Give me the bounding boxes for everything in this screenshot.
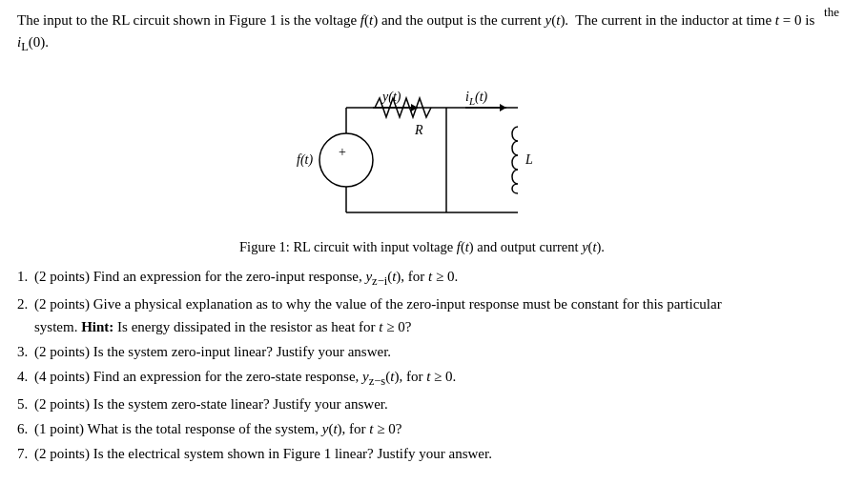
svg-point-4 — [319, 133, 373, 187]
corner-text: the — [824, 5, 839, 20]
svg-text:f(t): f(t) — [297, 152, 313, 168]
circuit-diagram: + f(t) y(t) iL(t) R — [270, 65, 575, 232]
q4-num: 4. — [17, 365, 34, 391]
intro-paragraph: The input to the RL circuit shown in Fig… — [17, 10, 827, 55]
q5-num: 5. — [17, 393, 34, 415]
q6-num: 6. — [17, 417, 34, 440]
question-5: 5. (2 points) Is the system zero-state l… — [17, 393, 827, 415]
questions-list: 1. (2 points) Find an expression for the… — [17, 265, 827, 465]
q7-num: 7. — [17, 442, 34, 465]
question-3: 3. (2 points) Is the system zero-input l… — [17, 340, 827, 363]
circuit-svg: + f(t) y(t) iL(t) R — [270, 65, 575, 232]
intro-text-content: The input to the RL circuit shown in Fig… — [17, 12, 814, 50]
question-7: 7. (2 points) Is the electrical system s… — [17, 442, 827, 465]
svg-text:L: L — [525, 152, 533, 167]
svg-text:R: R — [414, 123, 423, 137]
svg-marker-12 — [500, 104, 506, 111]
svg-text:+: + — [339, 145, 346, 159]
q7-text: (2 points) Is the electrical system show… — [34, 442, 827, 465]
q6-text: (1 point) What is the total response of … — [34, 417, 827, 440]
q4-text: (4 points) Find an expression for the ze… — [34, 365, 827, 391]
question-1: 1. (2 points) Find an expression for the… — [17, 265, 827, 291]
q2-num: 2. — [17, 292, 34, 338]
question-6: 6. (1 point) What is the total response … — [17, 417, 827, 440]
q5-text: (2 points) Is the system zero-state line… — [34, 393, 827, 415]
figure-caption-text: Figure 1: RL circuit with input voltage … — [239, 239, 605, 254]
svg-text:iL(t): iL(t) — [465, 90, 488, 107]
question-4: 4. (4 points) Find an expression for the… — [17, 365, 827, 391]
figure-area: + f(t) y(t) iL(t) R — [17, 65, 827, 255]
question-2: 2. (2 points) Give a physical explanatio… — [17, 292, 827, 338]
figure-caption: Figure 1: RL circuit with input voltage … — [239, 239, 605, 255]
q3-num: 3. — [17, 340, 34, 363]
q3-text: (2 points) Is the system zero-input line… — [34, 340, 827, 363]
q2-text: (2 points) Give a physical explanation a… — [34, 292, 827, 338]
q1-text: (2 points) Find an expression for the ze… — [34, 265, 827, 291]
q1-num: 1. — [17, 265, 34, 291]
